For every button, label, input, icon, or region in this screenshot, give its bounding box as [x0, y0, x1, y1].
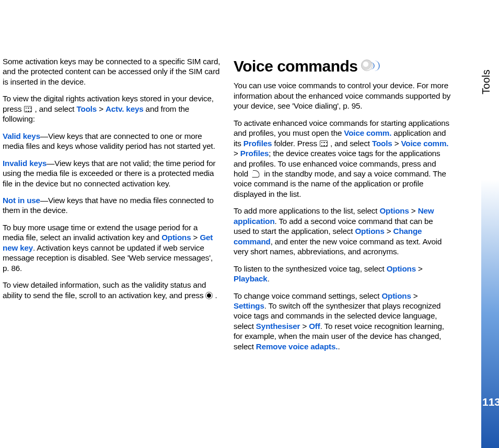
- text: >: [99, 104, 106, 113]
- para: Invalid keys—View keys that are not vali…: [3, 158, 221, 188]
- page-number: 113: [482, 396, 498, 408]
- text: >: [413, 291, 418, 300]
- link-synthesiser: Synthesiser: [256, 322, 300, 331]
- para: To listen to the synthesized voice tag, …: [234, 264, 452, 284]
- joystick-icon: [206, 292, 212, 299]
- right-softkey-icon: [252, 170, 260, 178]
- text: >: [193, 233, 200, 242]
- voice-icon-waves: [369, 61, 380, 71]
- voice-icon: [361, 57, 379, 75]
- link-tools: Tools: [372, 139, 392, 148]
- para: To view detailed information, such as th…: [3, 280, 221, 300]
- link-options: Options: [381, 291, 411, 300]
- label-valid-keys: Valid keys: [3, 132, 40, 140]
- label-not-in-use: Not in use: [3, 196, 40, 205]
- heading-text: Voice commands: [234, 56, 358, 76]
- text: To view detailed information, such as th…: [3, 280, 206, 299]
- link-settings: Settings: [234, 301, 264, 310]
- link-remove-voice-adapts: Remove voice adapts.: [256, 342, 338, 351]
- text: , and select: [330, 139, 372, 148]
- para: You can use voice commands to control yo…: [234, 80, 452, 111]
- text: .: [338, 342, 340, 351]
- section-label: Tools: [480, 68, 492, 96]
- text: .: [213, 291, 217, 300]
- link-actv-keys: Actv. keys: [106, 104, 144, 113]
- text: >: [302, 322, 309, 331]
- link-voice-comm: Voice comm.: [401, 139, 448, 148]
- content: Some activation keys may be connected to…: [3, 56, 452, 358]
- text: To listen to the synthesized voice tag, …: [234, 264, 387, 273]
- menu-key-icon: [24, 106, 32, 112]
- heading-voice-commands: Voice commands: [234, 56, 452, 76]
- text: folder. Press: [274, 139, 319, 148]
- text: To add more applications to the list, se…: [234, 206, 379, 215]
- link-playback: Playback: [234, 274, 268, 283]
- link-voice-comm: Voice comm.: [344, 128, 391, 137]
- text: To change voice command settings, select: [234, 291, 381, 300]
- link-profiles: Profiles: [243, 139, 272, 148]
- right-column: Voice commands You can use voice command…: [234, 56, 452, 358]
- left-column: Some activation keys may be connected to…: [3, 56, 221, 358]
- text: . Activation keys cannot be updated if w…: [3, 243, 213, 273]
- text: >: [387, 227, 393, 235]
- text: >: [411, 206, 418, 215]
- link-options: Options: [355, 227, 384, 235]
- text: , and select: [35, 104, 77, 113]
- link-options: Options: [387, 264, 416, 273]
- para: To change voice command settings, select…: [234, 291, 452, 352]
- para: To activate enhanced voice commands for …: [234, 118, 452, 199]
- link-off: Off: [309, 322, 320, 331]
- menu-key-icon: [320, 140, 328, 147]
- link-options: Options: [379, 206, 409, 215]
- text: >: [394, 139, 401, 148]
- para: Not in use—View keys that have no media …: [3, 195, 221, 216]
- link-profiles: Profiles: [240, 149, 269, 158]
- page: Tools 113 Some activation keys may be co…: [0, 0, 499, 448]
- para: To buy more usage time or extend the usa…: [3, 222, 221, 273]
- para: To view the digital rights activation ke…: [3, 93, 221, 124]
- label-invalid-keys: Invalid keys: [3, 159, 47, 168]
- text: >: [234, 149, 240, 158]
- para: To add more applications to the list, se…: [234, 206, 452, 256]
- link-tools: Tools: [77, 104, 97, 113]
- link-options: Options: [161, 233, 191, 242]
- para: Some activation keys may be connected to…: [3, 56, 221, 87]
- side-gradient: [481, 0, 499, 448]
- para: Valid keys—View keys that are connected …: [3, 131, 221, 151]
- text: in the standby mode, and say a voice com…: [234, 169, 446, 198]
- text: >: [418, 264, 423, 273]
- text: .: [268, 274, 270, 283]
